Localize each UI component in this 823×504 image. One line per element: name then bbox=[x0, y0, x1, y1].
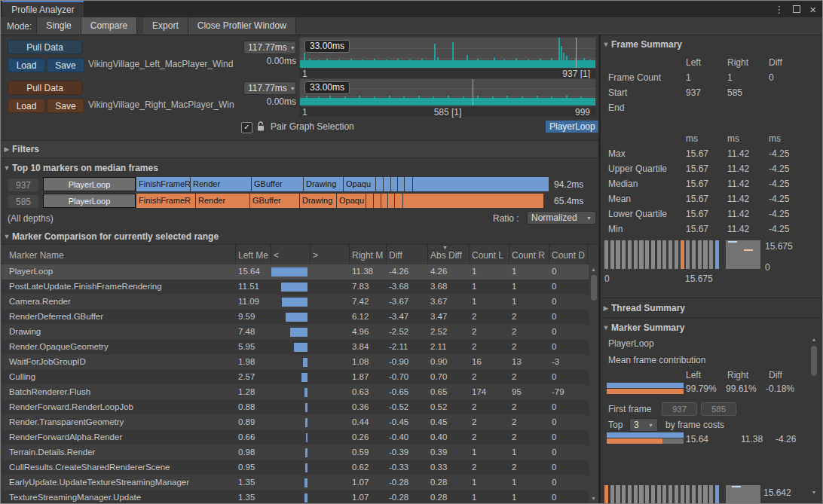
marker-segment[interactable] bbox=[395, 194, 402, 208]
cell: 2 bbox=[472, 432, 476, 441]
marker-segment[interactable] bbox=[398, 177, 404, 191]
toolbar-button-compare[interactable]: Compare bbox=[81, 17, 137, 34]
marker-segment-drawing[interactable]: Drawing bbox=[304, 177, 343, 191]
column-header-item[interactable]: > bbox=[313, 250, 318, 261]
marker-segment-gbuffer[interactable]: GBuffer bbox=[252, 177, 303, 191]
marker-summary-header[interactable]: ▼Marker Summary bbox=[601, 320, 684, 335]
table-row-waitforjobgroupid[interactable]: WaitForJobGroupID1.981.08-0.900.901613-3 bbox=[2, 355, 598, 370]
marker-segment-playerloop[interactable]: PlayerLoop bbox=[43, 177, 136, 191]
thread-summary-header[interactable]: ▶Thread Summary bbox=[601, 301, 685, 316]
column-header-right-m[interactable]: Right M bbox=[352, 250, 383, 261]
table-row-postlateupdate-finishframerendering[interactable]: PostLateUpdate.FinishFrameRendering11.51… bbox=[2, 279, 598, 295]
table-row-render-transparentgeometry[interactable]: Render.TransparentGeometry0.890.44-0.450… bbox=[2, 415, 598, 430]
load-button-left[interactable]: Load bbox=[8, 58, 45, 72]
maximize-icon[interactable] bbox=[793, 5, 800, 13]
frame-time-graph-right[interactable]: 33.00ms bbox=[299, 78, 596, 106]
tab-profile-analyzer[interactable]: Profile Analyzer bbox=[2, 1, 84, 17]
marker-segment[interactable] bbox=[391, 177, 397, 191]
cell: 0 bbox=[552, 463, 556, 472]
column-header-count-d[interactable]: Count D bbox=[552, 250, 585, 261]
marker-segment[interactable] bbox=[376, 177, 383, 191]
cell: 0 bbox=[552, 342, 556, 351]
marker-segment[interactable] bbox=[413, 177, 549, 191]
frame-number-button-585[interactable]: 585 bbox=[8, 194, 39, 209]
marker-segment[interactable] bbox=[388, 194, 394, 208]
column-header-left-me[interactable]: Left Me bbox=[238, 250, 268, 261]
marker-histogram[interactable] bbox=[604, 485, 719, 503]
toolbar-button-single[interactable]: Single bbox=[36, 17, 81, 34]
ratio-dropdown[interactable]: Normalized▼ bbox=[527, 211, 596, 225]
marker-scroll-down-icon[interactable]: ▼ bbox=[809, 490, 818, 495]
table-row-camera-render[interactable]: Camera.Render11.097.42-3.673.67110 bbox=[2, 295, 598, 310]
toolbar-button-close-profiler-window[interactable]: Close Profiler Window bbox=[188, 17, 296, 34]
save-button-right[interactable]: Save bbox=[47, 99, 84, 113]
stat-value: 11.42 bbox=[727, 148, 749, 159]
top-count-dropdown[interactable]: 3▼ bbox=[629, 418, 658, 432]
scroll-thumb[interactable] bbox=[591, 275, 597, 301]
marker-segment[interactable] bbox=[381, 194, 387, 208]
table-row-playerloop[interactable]: PlayerLoop15.6411.38-4.264.26110 bbox=[2, 264, 598, 279]
first-frame-button-right[interactable]: 585 bbox=[701, 402, 736, 416]
table-row-culling[interactable]: Culling2.571.87-0.700.70220 bbox=[2, 370, 598, 385]
comparison-section-header[interactable]: ▼Marker Comparison for currently selecte… bbox=[2, 229, 599, 244]
marker-segment-drawing[interactable]: Drawing bbox=[300, 194, 336, 208]
filters-section-header[interactable]: ▶Filters bbox=[2, 140, 599, 158]
table-row-drawing[interactable]: Drawing7.484.96-2.522.52220 bbox=[2, 325, 598, 340]
first-frame-button-left[interactable]: 937 bbox=[662, 402, 697, 416]
top10-section-header[interactable]: ▼Top 10 markers on median frames bbox=[2, 160, 599, 176]
column-header-marker-name[interactable]: Marker Name bbox=[9, 250, 64, 261]
column-header-count-l[interactable]: Count L bbox=[472, 250, 503, 261]
marker-segment-gbuffer[interactable]: GBuffer bbox=[250, 194, 299, 208]
column-header-diff[interactable]: Diff bbox=[389, 250, 402, 261]
histogram-bar bbox=[715, 485, 719, 503]
marker-scroll-thumb[interactable] bbox=[811, 346, 817, 376]
marker-segment-finishframer[interactable]: FinishFrameR bbox=[136, 177, 190, 191]
marker-scroll-up-icon[interactable]: ▲ bbox=[809, 337, 818, 342]
column-header-count-r[interactable]: Count R bbox=[512, 250, 545, 261]
load-button-right[interactable]: Load bbox=[8, 99, 45, 113]
table-row-terrain-details-render[interactable]: Terrain.Details.Render0.980.59-0.390.391… bbox=[2, 445, 598, 460]
table-row-texturestreamingmanager-update[interactable]: TextureStreamingManager.Update1.351.07-0… bbox=[2, 490, 598, 503]
frame-histogram[interactable] bbox=[604, 240, 719, 269]
marker-segment[interactable] bbox=[374, 194, 381, 208]
marker-segment-finishframer[interactable]: FinishFrameR bbox=[136, 194, 195, 208]
graph-spike bbox=[362, 60, 363, 68]
range-max-dropdown-left[interactable]: 117.77ms▼ bbox=[243, 41, 296, 54]
table-row-earlyupdate-updatetexturestreamingmanager[interactable]: EarlyUpdate.UpdateTextureStreamingManage… bbox=[2, 475, 598, 490]
kebab-menu-icon[interactable]: ⋮ bbox=[774, 5, 784, 14]
marker-segment-opaqu[interactable]: Opaqu bbox=[337, 194, 366, 208]
toolbar-button-export[interactable]: Export bbox=[143, 17, 188, 34]
frame-summary-header[interactable]: ▼Frame Summary bbox=[601, 37, 682, 52]
table-row-render-opaquegeometry[interactable]: Render.OpaqueGeometry5.953.84-2.112.1122… bbox=[2, 340, 598, 355]
pull-data-button-right[interactable]: Pull Data bbox=[8, 81, 82, 95]
table-row-batchrenderer-flush[interactable]: BatchRenderer.Flush1.280.63-0.650.651749… bbox=[2, 385, 598, 400]
marker-segment[interactable] bbox=[384, 177, 390, 191]
table-row-renderforward-renderloopjob[interactable]: RenderForward.RenderLoopJob0.880.36-0.52… bbox=[2, 400, 598, 415]
marker-segment[interactable] bbox=[403, 194, 543, 208]
column-header-item[interactable]: < bbox=[274, 250, 279, 261]
frame-number-button-937[interactable]: 937 bbox=[8, 178, 39, 192]
table-row-renderforwardalpha-render[interactable]: RenderForwardAlpha.Render0.660.26-0.400.… bbox=[2, 430, 598, 445]
marker-segment-playerloop[interactable]: PlayerLoop bbox=[43, 194, 136, 208]
table-row-renderdeferred-gbuffer[interactable]: RenderDeferred.GBuffer9.596.12-3.473.472… bbox=[2, 310, 598, 325]
marker-segment-opaqu[interactable]: Opaqu bbox=[344, 177, 375, 191]
box-plot-min-label: 0 bbox=[765, 262, 770, 273]
scroll-down-icon[interactable]: ▼ bbox=[589, 496, 598, 501]
close-icon[interactable]: × bbox=[809, 4, 816, 15]
table-row-cullresults-createsharedrendererscene[interactable]: CullResults.CreateSharedRendererScene0.9… bbox=[2, 460, 598, 475]
toolbar: Mode: SingleCompareExportClose Profiler … bbox=[1, 17, 822, 35]
save-button-left[interactable]: Save bbox=[47, 58, 84, 72]
selected-marker-chip[interactable]: PlayerLoop bbox=[546, 121, 599, 133]
pull-data-button-left[interactable]: Pull Data bbox=[8, 40, 82, 54]
marker-segment[interactable] bbox=[366, 194, 373, 208]
marker-segment-render[interactable]: Render bbox=[191, 177, 251, 191]
marker-segment-render[interactable]: Render bbox=[196, 194, 249, 208]
frame-time-graph-left[interactable]: 33.00ms bbox=[299, 37, 596, 69]
scroll-up-icon[interactable]: ▲ bbox=[589, 267, 598, 272]
column-header-abs-diff[interactable]: Abs Diff bbox=[430, 250, 462, 261]
cell: 4.26 bbox=[430, 267, 447, 276]
pair-graph-selection-checkbox[interactable]: ✓ bbox=[241, 122, 252, 133]
table-scrollbar[interactable]: ▲▼ bbox=[589, 264, 598, 503]
range-max-dropdown-right[interactable]: 117.77ms▼ bbox=[243, 81, 296, 95]
marker-segment[interactable] bbox=[405, 177, 412, 191]
